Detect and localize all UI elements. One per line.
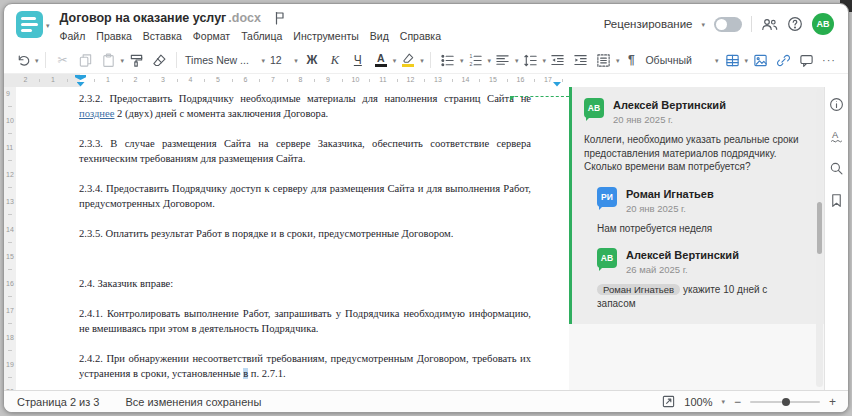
text-run: 2.4. Заказчик вправе: xyxy=(79,278,173,289)
review-toggle[interactable] xyxy=(714,17,742,32)
bold-button[interactable]: Ж xyxy=(301,50,323,70)
highlight-color-chevron-icon[interactable] xyxy=(420,57,424,64)
menu-item-Формат[interactable]: Формат xyxy=(193,30,230,42)
bullet-list-button[interactable] xyxy=(437,50,459,70)
align-button[interactable] xyxy=(492,50,514,70)
app-logo[interactable] xyxy=(16,11,43,38)
page-counter[interactable]: Страница 2 из 3 xyxy=(17,396,99,408)
zoom-slider[interactable] xyxy=(750,401,820,403)
zoom-out-button[interactable]: − xyxy=(734,396,741,408)
insert-link-button[interactable] xyxy=(772,50,794,70)
paste-dropdown-chevron-icon[interactable] xyxy=(121,57,125,64)
menu-item-Правка[interactable]: Правка xyxy=(96,30,131,42)
ruler-tick xyxy=(479,79,480,82)
zoom-value[interactable]: 100% xyxy=(684,396,712,408)
paragraph[interactable]: 2.4.2. При обнаружении несоответствий тр… xyxy=(79,351,531,381)
document-page[interactable]: 2.3.2. Предоставить Подрядчику необходим… xyxy=(16,87,569,390)
ruler-tick xyxy=(314,79,315,82)
font-color-chevron-icon[interactable] xyxy=(393,57,397,64)
zoom-chevron-icon[interactable] xyxy=(721,398,725,405)
comments-scrollbar[interactable] xyxy=(816,89,823,387)
review-mode-chevron-icon[interactable] xyxy=(701,21,705,28)
favorite-flag-icon[interactable] xyxy=(273,11,286,25)
paragraph[interactable]: 2.3.3. В случае размещения Сайта на серв… xyxy=(79,136,531,166)
document-text[interactable]: 2.3.2. Предоставить Подрядчику необходим… xyxy=(79,91,531,390)
comment-anchor-line xyxy=(510,96,569,97)
insert-table-button[interactable] xyxy=(721,50,743,70)
show-formatting-button[interactable]: ¶ xyxy=(620,50,642,70)
comments-panel: АВАлексей Вертинский20 янв 2025 г.Коллег… xyxy=(569,87,824,390)
right-indent-marker[interactable] xyxy=(553,82,561,87)
ruler-tick xyxy=(232,79,233,82)
comment-avatar: АВ xyxy=(597,248,617,268)
ruler-tick xyxy=(8,269,12,270)
ruler-number: 12 xyxy=(407,76,415,83)
line-spacing-button[interactable] xyxy=(519,50,541,70)
italic-button[interactable]: К xyxy=(324,50,346,70)
paste-button[interactable] xyxy=(98,50,120,70)
clear-format-button[interactable] xyxy=(148,50,170,70)
insert-image-button[interactable] xyxy=(749,50,771,70)
highlight-color-button[interactable] xyxy=(397,50,419,70)
comment-thread-card[interactable]: АВАлексей Вертинский20 янв 2025 г.Коллег… xyxy=(569,87,824,324)
decrease-indent-button[interactable] xyxy=(547,50,569,70)
numbered-list-button[interactable]: 1 2 xyxy=(464,50,486,70)
underline-button[interactable]: Ч xyxy=(347,50,369,70)
ruler-tick xyxy=(39,79,40,82)
search-icon[interactable] xyxy=(829,161,844,176)
more-tools-button[interactable]: ··· xyxy=(818,50,840,70)
insert-comment-button[interactable] xyxy=(795,50,817,70)
zoom-slider-thumb[interactable] xyxy=(782,398,790,406)
bookmark-icon[interactable] xyxy=(829,193,844,208)
ruler-tick xyxy=(177,79,178,82)
paragraph[interactable]: 2.3.2. Предоставить Подрядчику необходим… xyxy=(79,91,531,121)
menu-item-Файл[interactable]: Файл xyxy=(60,30,86,42)
undo-icon xyxy=(16,53,31,68)
menu-item-Справка[interactable]: Справка xyxy=(400,30,441,42)
paragraph[interactable]: 2.4. Заказчик вправе: xyxy=(79,276,531,291)
comment[interactable]: АВАлексей Вертинский20 янв 2025 г.Коллег… xyxy=(584,98,802,174)
line-spacing-chevron-icon[interactable] xyxy=(542,57,546,64)
font-size-select[interactable]: 12 xyxy=(268,50,300,70)
cut-button[interactable]: ✂ xyxy=(52,50,74,70)
paragraph[interactable]: 2.3.5. Оплатить результат Работ в порядк… xyxy=(79,226,531,241)
empty-paragraph[interactable] xyxy=(79,256,531,261)
undo-button[interactable] xyxy=(12,50,34,70)
paragraph[interactable]: 2.4.1. Контролировать выполнение Работ, … xyxy=(79,306,531,336)
review-mode-label[interactable]: Рецензирование xyxy=(604,18,693,30)
app-menu-chevron-icon[interactable] xyxy=(46,22,50,29)
comment-reply[interactable]: РИРоман Игнатьев20 янв 2025 г.Нам потреб… xyxy=(597,187,802,236)
user-avatar[interactable]: АВ xyxy=(812,13,834,35)
format-painter-button[interactable] xyxy=(125,50,147,70)
font-color-button[interactable]: А xyxy=(370,50,392,70)
font-family-select[interactable]: Times New ... xyxy=(183,50,267,70)
comment-avatar: АВ xyxy=(584,98,604,118)
menu-item-Инструменты[interactable]: Инструменты xyxy=(293,30,358,42)
text-run: 2.3.5. Оплатить результат Работ в порядк… xyxy=(79,228,453,239)
paragraph-spacing-button[interactable] xyxy=(593,50,615,70)
numbered-list-chevron-icon[interactable] xyxy=(487,57,491,64)
undo-dropdown-chevron-icon[interactable] xyxy=(35,57,39,64)
comments-scrollbar-handle[interactable] xyxy=(817,202,822,254)
info-icon[interactable] xyxy=(829,97,844,112)
menu-item-Таблица[interactable]: Таблица xyxy=(241,30,282,42)
menu-item-Вставка[interactable]: Вставка xyxy=(143,30,182,42)
comment-date: 26 май 2025 г. xyxy=(626,264,739,275)
spellcheck-icon[interactable]: А xyxy=(829,129,844,144)
increase-indent-button[interactable] xyxy=(570,50,592,70)
comment-reply[interactable]: АВАлексей Вертинский26 май 2025 г.Роман … xyxy=(597,248,802,310)
align-chevron-icon[interactable] xyxy=(515,57,519,64)
font-color-icon: А xyxy=(375,53,387,68)
paragraph[interactable]: 2.3.4. Предоставить Подрядчику доступ к … xyxy=(79,181,531,211)
bullet-list-chevron-icon[interactable] xyxy=(460,57,464,64)
menu-item-Вид[interactable]: Вид xyxy=(370,30,389,42)
fit-page-icon[interactable] xyxy=(662,395,675,408)
zoom-in-button[interactable]: + xyxy=(829,396,836,408)
help-icon[interactable] xyxy=(787,16,803,32)
copy-button[interactable] xyxy=(75,50,97,70)
collaboration-icon[interactable] xyxy=(761,17,778,32)
ruler-tick xyxy=(8,214,12,215)
insert-table-chevron-icon[interactable] xyxy=(744,57,748,64)
paragraph-style-select[interactable]: Обычный xyxy=(643,50,720,70)
paragraph-spacing-chevron-icon[interactable] xyxy=(616,57,620,64)
